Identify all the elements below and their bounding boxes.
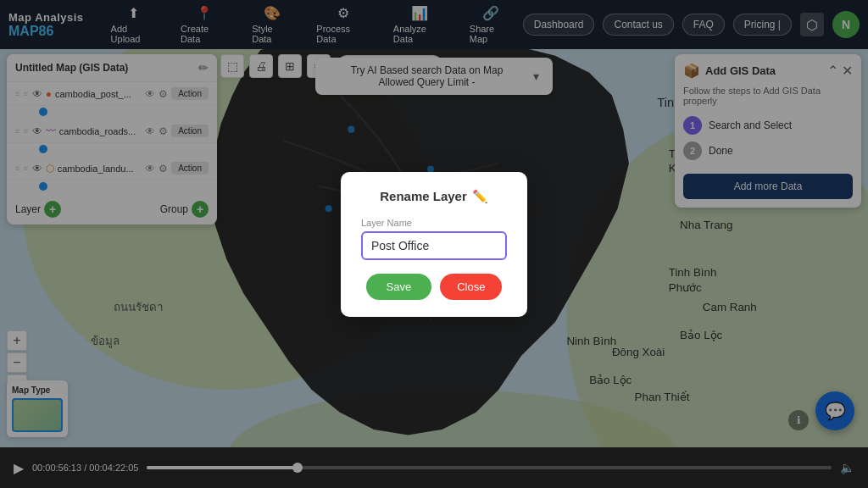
modal-overlay: Rename Layer ✏️ Layer Name Save Close <box>0 0 868 488</box>
modal-title-text: Rename Layer <box>380 189 467 203</box>
pencil-icon: ✏️ <box>472 189 488 204</box>
app-container: Map Analysis MAP86 ⬆ Add Upload 📍 Create… <box>0 0 868 488</box>
layer-name-input-wrapper[interactable] <box>361 231 507 260</box>
save-button[interactable]: Save <box>366 274 432 300</box>
modal-title: Rename Layer ✏️ <box>361 189 507 204</box>
layer-name-label: Layer Name <box>361 218 507 228</box>
modal-buttons: Save Close <box>361 274 507 300</box>
layer-name-input[interactable] <box>371 239 497 252</box>
rename-modal: Rename Layer ✏️ Layer Name Save Close <box>341 172 527 317</box>
close-modal-button[interactable]: Close <box>440 274 502 300</box>
